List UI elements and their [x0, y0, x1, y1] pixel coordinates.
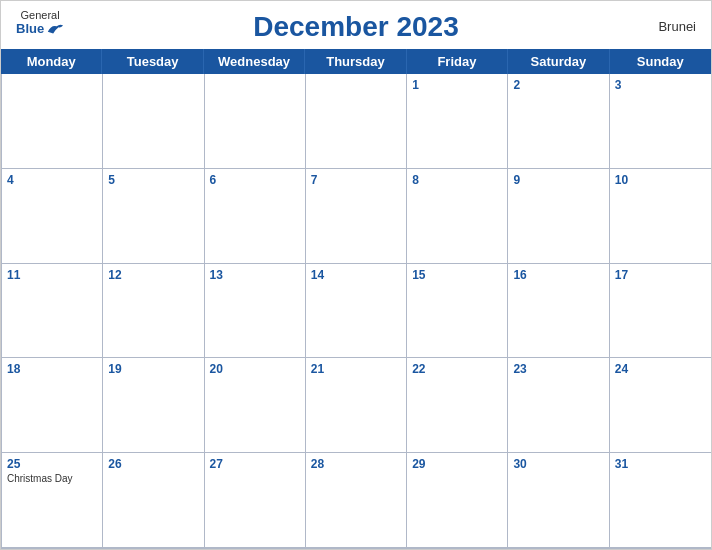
day-cell	[205, 74, 306, 169]
day-cell: 8	[407, 169, 508, 264]
day-cell: 21	[306, 358, 407, 453]
month-title: December 2023	[253, 11, 458, 43]
day-number: 8	[412, 173, 502, 187]
day-number: 28	[311, 457, 401, 471]
day-header-thursday: Thursday	[305, 49, 406, 74]
day-cell	[2, 74, 103, 169]
logo-bird-icon	[46, 22, 64, 36]
day-cell: 7	[306, 169, 407, 264]
day-number: 14	[311, 268, 401, 282]
day-cell: 9	[508, 169, 609, 264]
day-number: 25	[7, 457, 97, 471]
day-cell: 11	[2, 264, 103, 359]
day-cell: 29	[407, 453, 508, 548]
day-number: 26	[108, 457, 198, 471]
day-number: 1	[412, 78, 502, 92]
day-cell: 16	[508, 264, 609, 359]
country-label: Brunei	[658, 19, 696, 34]
day-number: 4	[7, 173, 97, 187]
day-number: 29	[412, 457, 502, 471]
calendar-header: General Blue December 2023 Brunei	[1, 1, 711, 49]
day-cell: 19	[103, 358, 204, 453]
day-cell: 28	[306, 453, 407, 548]
event-label: Christmas Day	[7, 473, 97, 484]
day-header-monday: Monday	[1, 49, 102, 74]
logo-general-text: General	[21, 9, 60, 21]
logo: General Blue	[16, 9, 64, 36]
day-cell: 1	[407, 74, 508, 169]
day-cell: 2	[508, 74, 609, 169]
day-cell: 12	[103, 264, 204, 359]
day-number: 15	[412, 268, 502, 282]
day-cell: 14	[306, 264, 407, 359]
logo-blue-text: Blue	[16, 21, 64, 36]
day-header-friday: Friday	[407, 49, 508, 74]
day-cell: 13	[205, 264, 306, 359]
day-cell: 26	[103, 453, 204, 548]
day-number: 12	[108, 268, 198, 282]
day-number: 13	[210, 268, 300, 282]
day-cell: 27	[205, 453, 306, 548]
day-number: 22	[412, 362, 502, 376]
day-cell: 10	[610, 169, 711, 264]
day-cell	[103, 74, 204, 169]
day-number: 27	[210, 457, 300, 471]
day-cell: 24	[610, 358, 711, 453]
day-header-tuesday: Tuesday	[102, 49, 203, 74]
day-cell: 23	[508, 358, 609, 453]
day-number: 20	[210, 362, 300, 376]
day-number: 5	[108, 173, 198, 187]
day-number: 10	[615, 173, 706, 187]
days-of-week-header: MondayTuesdayWednesdayThursdayFridaySatu…	[1, 49, 711, 74]
day-cell: 30	[508, 453, 609, 548]
calendar: General Blue December 2023 Brunei Monday…	[0, 0, 712, 550]
day-number: 23	[513, 362, 603, 376]
day-cell: 5	[103, 169, 204, 264]
day-cell: 6	[205, 169, 306, 264]
day-cell: 31	[610, 453, 711, 548]
day-cell: 20	[205, 358, 306, 453]
day-number: 30	[513, 457, 603, 471]
day-cell: 3	[610, 74, 711, 169]
day-cell: 15	[407, 264, 508, 359]
day-number: 6	[210, 173, 300, 187]
day-number: 3	[615, 78, 706, 92]
day-cell	[306, 74, 407, 169]
day-cell: 18	[2, 358, 103, 453]
day-number: 9	[513, 173, 603, 187]
day-number: 16	[513, 268, 603, 282]
calendar-grid: 1234567891011121314151617181920212223242…	[1, 74, 711, 549]
day-header-saturday: Saturday	[508, 49, 609, 74]
day-number: 24	[615, 362, 706, 376]
day-number: 2	[513, 78, 603, 92]
day-cell: 25Christmas Day	[2, 453, 103, 548]
day-number: 7	[311, 173, 401, 187]
day-cell: 17	[610, 264, 711, 359]
day-number: 21	[311, 362, 401, 376]
day-number: 11	[7, 268, 97, 282]
day-cell: 22	[407, 358, 508, 453]
day-number: 19	[108, 362, 198, 376]
day-header-sunday: Sunday	[610, 49, 711, 74]
day-number: 31	[615, 457, 706, 471]
day-cell: 4	[2, 169, 103, 264]
day-number: 18	[7, 362, 97, 376]
day-number: 17	[615, 268, 706, 282]
day-header-wednesday: Wednesday	[204, 49, 305, 74]
